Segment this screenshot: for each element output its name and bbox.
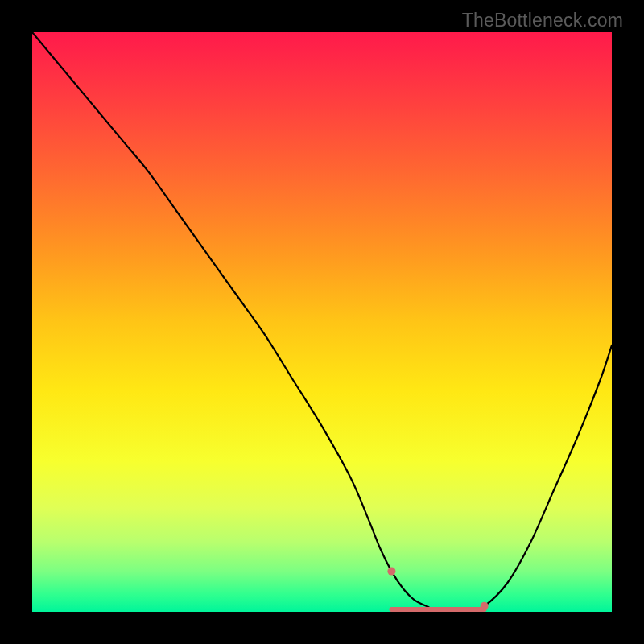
optimal-marker-left: [387, 568, 395, 576]
chart-frame: TheBottleneck.com: [0, 0, 644, 644]
plot-area: [32, 32, 612, 612]
bottleneck-curve: [32, 32, 612, 612]
curve-layer: [32, 32, 612, 612]
optimal-marker-right: [481, 602, 489, 610]
attribution-text: TheBottleneck.com: [462, 10, 623, 31]
